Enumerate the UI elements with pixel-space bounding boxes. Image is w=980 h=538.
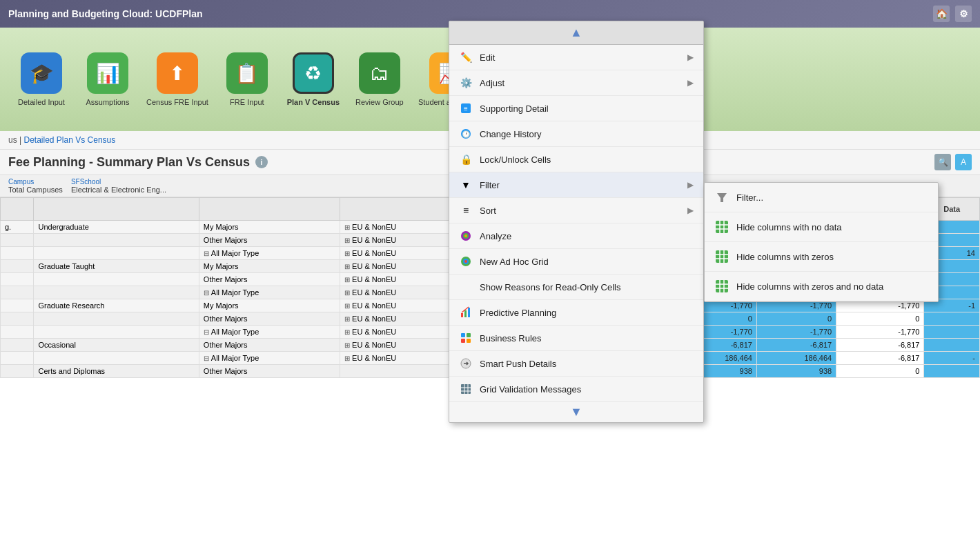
menu-footer: ▼ <box>449 402 703 422</box>
breadcrumb-link[interactable]: Detailed Plan Vs Census <box>23 135 115 145</box>
settings-icon[interactable]: ⚙ <box>955 6 972 22</box>
cell-major-type: My Majors <box>199 299 340 312</box>
cell-var1: -1,770 <box>836 326 924 339</box>
nav-label-census-fre: Census FRE Input <box>146 98 208 106</box>
submenu-label-hide-zeros-nodata: Hide columns with zeros and no data <box>736 281 883 292</box>
cell-var1: -6,817 <box>836 339 924 352</box>
cell-group <box>1 339 34 352</box>
menu-item-supporting-detail[interactable]: ≡ Supporting Detail <box>449 96 703 121</box>
cell-level: Certs and Diplomas <box>34 365 199 378</box>
cell-major-type: Other Majors <box>199 365 340 378</box>
menu-label-edit: Edit <box>480 52 680 63</box>
cell-val3: -1,770 <box>756 326 836 339</box>
nav-icon-plan-v-census: ♻ <box>293 52 334 94</box>
menu-item-smart-push[interactable]: Smart Push Details <box>449 351 703 377</box>
cell-group <box>1 326 34 339</box>
sort-arrow-icon: ▶ <box>687 206 694 215</box>
cell-level <box>34 326 199 339</box>
cell-var1: 0 <box>836 312 924 326</box>
menu-label-grid-validation: Grid Validation Messages <box>480 384 694 395</box>
menu-item-adjust[interactable]: ⚙️ Adjust ▶ <box>449 70 703 96</box>
svg-rect-12 <box>468 308 470 317</box>
grid-action-icon[interactable]: A <box>955 154 972 170</box>
lock-unlock-icon: 🔒 <box>459 152 473 166</box>
hide-zeros-icon <box>714 249 729 264</box>
menu-item-grid-validation[interactable]: Grid Validation Messages <box>449 377 703 402</box>
cell-major-type: ⊟All Major Type <box>199 286 340 299</box>
cell-var2: - <box>924 352 980 365</box>
menu-item-filter[interactable]: ▼ Filter ▶ <box>449 172 703 198</box>
menu-down-arrow-icon: ▼ <box>570 405 582 419</box>
cell-level: Undergraduate <box>34 221 199 234</box>
submenu-item-hide-zeros-nodata[interactable]: Hide columns with zeros and no data <box>705 272 938 301</box>
menu-item-predictive[interactable]: Predictive Planning <box>449 300 703 326</box>
menu-up-arrow-icon: ▲ <box>570 26 582 40</box>
menu-item-edit[interactable]: ✏️ Edit ▶ <box>449 45 703 70</box>
submenu-item-hide-zeros[interactable]: Hide columns with zeros <box>705 242 938 272</box>
submenu-item-filter-dots[interactable]: Filter... <box>705 183 938 212</box>
col-header-1 <box>1 198 34 221</box>
nav-census-fre[interactable]: ⬆ Census FRE Input <box>146 52 208 106</box>
cell-group <box>1 260 34 273</box>
menu-label-adjust: Adjust <box>480 78 680 88</box>
submenu-label-hide-no-data: Hide columns with no data <box>736 222 841 232</box>
menu-header: ▲ <box>449 21 703 45</box>
campus-value[interactable]: Total Campuses <box>8 186 63 194</box>
cell-major-type: ⊟All Major Type <box>199 247 340 260</box>
cell-level <box>34 352 199 365</box>
menu-label-supporting-detail: Supporting Detail <box>480 103 694 114</box>
svg-rect-14 <box>467 333 471 337</box>
cell-var2 <box>924 312 980 326</box>
cell-level <box>34 312 199 326</box>
home-icon[interactable]: 🏠 <box>933 6 950 22</box>
nav-assumptions[interactable]: 📊 Assumptions <box>80 52 135 106</box>
nav-label-plan-v-census: Plan V Census <box>287 98 340 106</box>
cell-group: g. <box>1 221 34 234</box>
filter-icon: ▼ <box>459 178 473 192</box>
cell-group <box>1 365 34 378</box>
context-menu: ▲ ✏️ Edit ▶ ⚙️ Adjust ▶ ≡ Supporting Det… <box>449 21 704 423</box>
cell-group <box>1 286 34 299</box>
menu-item-new-adhoc[interactable]: New Ad Hoc Grid <box>449 249 703 275</box>
school-value[interactable]: Electrical & Electronic Eng... <box>71 186 166 194</box>
info-icon[interactable]: i <box>255 156 268 168</box>
analyze-icon <box>459 229 473 243</box>
cell-major-type: Other Majors <box>199 234 340 247</box>
adjust-arrow-icon: ▶ <box>687 78 694 88</box>
smart-push-icon <box>459 357 473 370</box>
menu-item-sort[interactable]: ≡ Sort ▶ <box>449 198 703 223</box>
cell-val3: 0 <box>756 312 836 326</box>
menu-item-business-rules[interactable]: Business Rules <box>449 326 703 351</box>
svg-point-9 <box>464 260 467 263</box>
svg-rect-29 <box>716 250 728 263</box>
nav-plan-v-census[interactable]: ♻ Plan V Census <box>286 52 341 106</box>
menu-item-change-history[interactable]: 🕐 Change History <box>449 121 703 147</box>
svg-text:≡: ≡ <box>464 105 468 112</box>
menu-item-lock-unlock[interactable]: 🔒 Lock/Unlock Cells <box>449 147 703 172</box>
menu-item-analyze[interactable]: Analyze <box>449 223 703 249</box>
nav-icon-census-fre: ⬆ <box>157 52 198 94</box>
menu-label-sort: Sort <box>480 206 680 216</box>
nav-review-group[interactable]: 🗂 Review Group <box>352 52 407 106</box>
cell-major-type: My Majors <box>199 260 340 273</box>
svg-marker-23 <box>717 193 727 202</box>
nav-icon-assumptions: 📊 <box>87 52 128 94</box>
edit-arrow-icon: ▶ <box>687 52 694 62</box>
menu-label-new-adhoc: New Ad Hoc Grid <box>480 257 694 267</box>
nav-label-detailed-input: Detailed Input <box>18 98 65 106</box>
cell-level <box>34 247 199 260</box>
menu-item-show-reasons[interactable]: Show Reasons for Read-Only Cells <box>449 275 703 300</box>
cell-level <box>34 234 199 247</box>
filter-arrow-icon: ▶ <box>687 180 694 190</box>
cell-level: Graduate Research <box>34 299 199 312</box>
svg-rect-10 <box>461 313 463 317</box>
cell-var1: 0 <box>836 365 924 378</box>
cell-group <box>1 273 34 286</box>
edit-icon: ✏️ <box>459 50 473 64</box>
hide-no-data-icon <box>714 219 729 235</box>
cell-var2 <box>924 365 980 378</box>
nav-fre-input[interactable]: 📋 FRE Input <box>219 52 275 106</box>
submenu-item-hide-no-data[interactable]: Hide columns with no data <box>705 212 938 242</box>
nav-detailed-input[interactable]: 🎓 Detailed Input <box>14 52 69 106</box>
search-icon[interactable]: 🔍 <box>934 154 951 170</box>
